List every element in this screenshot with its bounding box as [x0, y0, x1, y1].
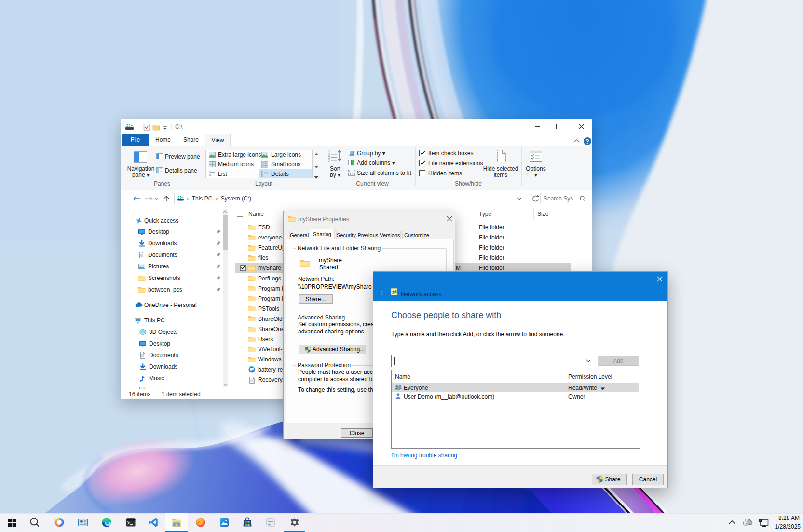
svg-text:?: ? [585, 138, 589, 145]
